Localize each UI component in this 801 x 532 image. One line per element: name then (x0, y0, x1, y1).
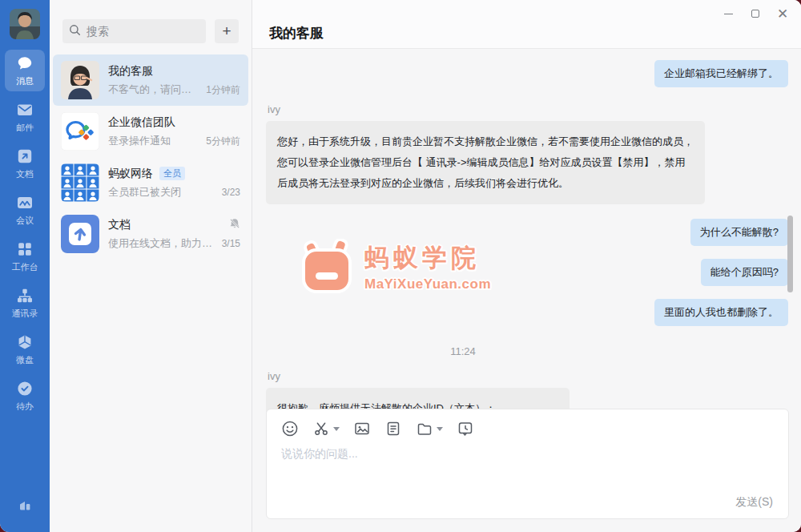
sidebar-item-drive[interactable]: 微盘 (5, 328, 45, 370)
chat-panel: 我的客服 ✕ 蚂蚁学院 MaYiXueYua (252, 0, 801, 532)
send-button[interactable]: 发送(S) (735, 495, 773, 510)
chat-item-title: 文档 (108, 218, 131, 232)
message-input[interactable] (281, 447, 775, 460)
avatar (61, 163, 99, 202)
chat-item-body: 蚂蚁网络 全员 全员群已被关闭 3/23 (108, 167, 240, 200)
chat-item-my-service[interactable]: 我的客服 不客气的，请问还... 1分钟前 (53, 54, 248, 106)
close-button[interactable]: ✕ (769, 4, 796, 23)
avatar (61, 112, 99, 151)
chat-item-body: 文档 使用在线文档，助力疫... 3/15 (108, 218, 240, 251)
chat-item-wecom-team[interactable]: 企业微信团队 登录操作通知 5分钟前 (53, 106, 248, 157)
composer-toolbar (267, 409, 788, 437)
sidebar-item-messages[interactable]: 消息 (5, 50, 45, 91)
sidebar-item-mail[interactable]: 邮件 (5, 96, 45, 138)
chat-item-title: 企业微信团队 (108, 115, 175, 130)
outgoing-message: 企业邮箱我已经解绑了。 (654, 60, 788, 87)
maximize-button[interactable] (742, 4, 769, 23)
composer: 发送(S) (266, 409, 789, 519)
chat-item-unread-count: 3/23 (222, 187, 240, 198)
chat-item-time: 1分钟前 (206, 83, 240, 97)
chat-item-body: 我的客服 不客气的，请问还... 1分钟前 (108, 64, 240, 97)
sidebar-item-workbench[interactable]: 工作台 (5, 236, 45, 277)
emoji-icon (281, 420, 299, 437)
chat-item-title: 蚂蚁网络 (108, 167, 153, 181)
all-members-badge: 全员 (159, 167, 185, 180)
drive-icon (15, 332, 34, 352)
user-avatar-photo (10, 9, 40, 39)
sidebar-item-label: 会议 (16, 215, 34, 227)
chat-bubble-icon (15, 54, 34, 73)
close-icon: ✕ (777, 7, 788, 21)
folder-button[interactable] (416, 420, 443, 437)
chat-item-docs[interactable]: 文档 使用在线文档，助力疫... 3/15 (53, 208, 248, 260)
sidebar-item-label: 文档 (16, 168, 34, 180)
chat-items: 我的客服 不客气的，请问还... 1分钟前 企业微信团队 登录操作通知 5分钟前 (50, 54, 252, 260)
chat-item-preview: 全员群已被关闭 (108, 185, 215, 200)
chat-item-unread-count: 3/15 (222, 238, 240, 249)
sidebar-nav: 消息 邮件 文档 会议 (5, 50, 45, 421)
emoji-button[interactable] (281, 420, 299, 437)
minimize-button[interactable] (714, 4, 742, 23)
outgoing-message: 能给个原因吗? (701, 259, 788, 286)
sidebar-item-contacts[interactable]: 通讯录 (5, 282, 45, 324)
incoming-message: 您好，由于系统升级，目前贵企业暂不支持解散企业微信，若不需要使用企业微信的成员，… (266, 121, 705, 204)
grid-icon (15, 240, 34, 259)
sidebar-item-label: 工作台 (12, 261, 38, 273)
outgoing-message: 里面的人我也都删除了。 (654, 299, 788, 326)
search-icon (69, 24, 81, 39)
chat-history-icon (457, 420, 474, 437)
file-button[interactable] (384, 420, 402, 437)
wecom-window: 消息 邮件 文档 会议 (0, 0, 801, 532)
outgoing-message: 为什么不能解散? (690, 219, 788, 246)
search-row: + (62, 19, 239, 43)
org-chart-icon (15, 286, 34, 305)
sidebar-item-label: 微盘 (16, 354, 34, 366)
sender-name: ivy (268, 370, 788, 382)
image-button[interactable] (353, 420, 371, 437)
chat-item-preview: 使用在线文档，助力疫... (108, 236, 215, 251)
message-timestamp: 11:24 (252, 345, 724, 357)
chat-history-button[interactable] (457, 420, 474, 437)
sidebar-item-docs[interactable]: 文档 (5, 143, 45, 184)
chevron-down-icon[interactable] (437, 427, 443, 431)
sidebar-item-label: 消息 (16, 75, 34, 87)
sidebar: 消息 邮件 文档 会议 (0, 0, 50, 532)
document-icon (15, 147, 34, 166)
chat-item-preview: 登录操作通知 (108, 134, 199, 148)
chat-item-time: 5分钟前 (206, 135, 240, 148)
scrollbar-thumb[interactable] (787, 216, 793, 292)
sidebar-item-todo[interactable]: 待办 (5, 375, 45, 417)
maximize-icon (751, 10, 759, 18)
window-controls: ✕ (714, 4, 796, 23)
folder-icon (416, 420, 433, 437)
chat-header: 我的客服 ✕ (252, 0, 801, 49)
chat-title: 我的客服 (269, 24, 324, 42)
file-icon (384, 420, 402, 437)
chat-item-title: 我的客服 (108, 64, 153, 79)
chat-item-body: 企业微信团队 登录操作通知 5分钟前 (108, 115, 240, 148)
chat-list-panel: + 我的客服 不客气的，请问还... 1分钟前 (50, 0, 252, 532)
workspace-switch-icon[interactable] (14, 495, 35, 519)
check-circle-icon (15, 379, 34, 398)
screenshot-button[interactable] (312, 420, 340, 437)
chat-item-ant-network[interactable]: 蚂蚁网络 全员 全员群已被关闭 3/23 (53, 157, 248, 208)
image-icon (353, 420, 371, 437)
sender-name: ivy (268, 103, 788, 115)
chat-body: 蚂蚁学院 MaYiXueYuan.com 企业邮箱我已经解绑了。 ivy 您好，… (252, 49, 801, 532)
scissors-icon (312, 420, 330, 437)
sidebar-item-meeting[interactable]: 会议 (5, 189, 45, 231)
meeting-icon (15, 193, 34, 212)
chevron-down-icon[interactable] (333, 427, 340, 431)
mail-icon (15, 100, 34, 119)
search-input[interactable] (87, 25, 199, 38)
sidebar-item-label: 通讯录 (12, 308, 38, 320)
search-box[interactable] (62, 19, 206, 43)
sidebar-item-label: 邮件 (16, 122, 34, 134)
avatar (61, 61, 99, 99)
sidebar-item-label: 待办 (16, 401, 34, 413)
user-avatar[interactable] (10, 9, 40, 39)
chat-item-preview: 不客气的，请问还... (108, 83, 199, 97)
minimize-icon (724, 14, 733, 14)
add-button[interactable]: + (215, 19, 239, 43)
avatar (61, 215, 99, 253)
